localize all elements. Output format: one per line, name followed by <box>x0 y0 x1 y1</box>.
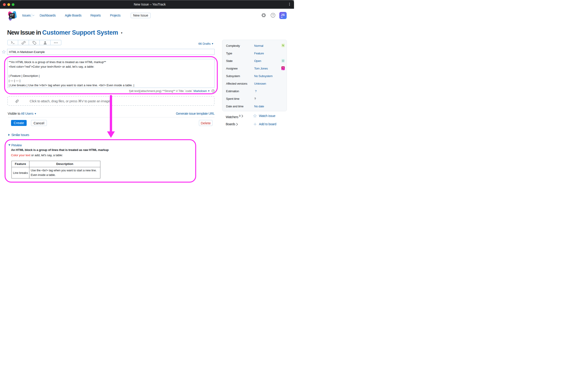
svg-text:YT: YT <box>10 14 14 17</box>
svg-text:?: ? <box>272 14 274 17</box>
svg-text:?: ? <box>212 90 214 92</box>
